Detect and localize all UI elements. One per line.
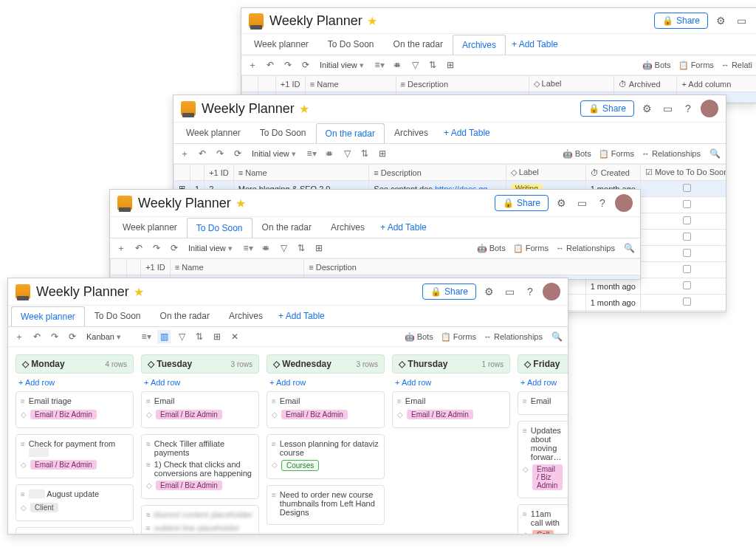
- undo-icon[interactable]: ↶: [30, 330, 44, 343]
- kanban-card[interactable]: ≡Email triage◇Email / Biz Admin: [16, 391, 134, 428]
- redo-icon[interactable]: ↷: [48, 330, 61, 343]
- bots-link[interactable]: 🤖 Bots: [405, 332, 433, 342]
- help-icon[interactable]: ?: [522, 283, 538, 300]
- forms-link[interactable]: 📋 Forms: [513, 244, 549, 253]
- share-button[interactable]: 🔒Share: [654, 13, 708, 29]
- comment-icon[interactable]: ▭: [659, 100, 676, 117]
- kanban-card[interactable]: ≡Updates about moving forwar…◇Email / Bi…: [518, 421, 568, 498]
- add-table-link[interactable]: Add Table: [380, 222, 427, 233]
- redo-icon[interactable]: ↷: [150, 241, 163, 255]
- avatar[interactable]: [701, 100, 718, 117]
- relationships-link[interactable]: ↔ Relati: [721, 61, 752, 69]
- comment-icon[interactable]: ▭: [501, 283, 518, 300]
- add-table-link[interactable]: Add Table: [278, 311, 325, 321]
- gear-icon[interactable]: ⚙: [639, 100, 655, 117]
- filter-icon[interactable]: ▽: [277, 241, 290, 255]
- close-icon[interactable]: ✕: [228, 330, 241, 343]
- add-row-button[interactable]: Add row: [141, 374, 259, 391]
- tab-todo-soon[interactable]: To Do Soon: [318, 34, 384, 55]
- tab-week-planner[interactable]: Week planner: [113, 217, 187, 238]
- kanban-card[interactable]: ≡blurred content placeholder≡subtext lin…: [141, 505, 259, 534]
- relationships-link[interactable]: ↔ Relationships: [484, 332, 543, 341]
- plus-icon[interactable]: ＋: [114, 241, 128, 255]
- share-button[interactable]: 🔒Share: [422, 283, 476, 300]
- forms-link[interactable]: 📋 Forms: [599, 149, 634, 159]
- search-icon[interactable]: 🔍: [708, 147, 721, 160]
- group-icon[interactable]: ⇅: [426, 58, 439, 72]
- comment-icon[interactable]: ▭: [733, 13, 749, 29]
- star-icon[interactable]: ★: [236, 196, 246, 210]
- col-id[interactable]: +1 ID: [275, 76, 305, 92]
- share-button[interactable]: 🔒Share: [495, 195, 549, 211]
- group-icon[interactable]: ⇅: [193, 330, 206, 343]
- search-icon[interactable]: 🔍: [550, 330, 563, 343]
- kanban-card[interactable]: ≡Email◇Email / Biz Admin: [267, 391, 385, 428]
- avatar[interactable]: [615, 194, 633, 212]
- list-icon[interactable]: ≡: [241, 241, 255, 255]
- plus-icon[interactable]: ＋: [178, 147, 191, 160]
- tab-todo-soon[interactable]: To Do Soon: [187, 218, 252, 238]
- checkbox[interactable]: [683, 184, 691, 192]
- view-selector[interactable]: Kanban: [83, 331, 135, 343]
- tab-todo-soon[interactable]: To Do Soon: [250, 123, 316, 143]
- view-selector[interactable]: Initial view: [317, 59, 368, 72]
- group-icon[interactable]: ⇅: [295, 241, 308, 255]
- add-table-link[interactable]: Add Table: [512, 39, 558, 49]
- bots-link[interactable]: 🤖 Bots: [642, 61, 671, 70]
- bots-link[interactable]: 🤖 Bots: [563, 149, 591, 159]
- tab-archives[interactable]: Archives: [219, 306, 272, 326]
- filter-icon[interactable]: ▽: [408, 58, 422, 72]
- star-icon[interactable]: ★: [134, 285, 144, 299]
- filter-icon[interactable]: ▽: [175, 330, 188, 343]
- plus-icon[interactable]: ＋: [13, 330, 26, 343]
- tab-on-the-radar[interactable]: On the radar: [316, 123, 385, 143]
- plus-icon[interactable]: ＋: [246, 58, 259, 72]
- format-icon[interactable]: ⩩: [259, 241, 272, 255]
- gear-icon[interactable]: ⚙: [481, 283, 497, 300]
- gear-icon[interactable]: ⚙: [553, 195, 569, 211]
- history-icon[interactable]: ⟳: [231, 147, 244, 160]
- kanban-card[interactable]: ≡Check for payment from xxxxx◇Email / Bi…: [16, 434, 134, 478]
- kanban-card[interactable]: ≡Email◇Email / Biz Admin: [141, 391, 259, 428]
- tab-week-planner[interactable]: Week planner: [176, 123, 250, 143]
- columns-icon[interactable]: ⊞: [376, 147, 389, 160]
- kanban-card[interactable]: ≡Need to order new course thumbnails fro…: [267, 485, 385, 525]
- kanban-card[interactable]: ≡Promote measure summit on social≡Copyht…: [16, 527, 134, 534]
- bots-link[interactable]: 🤖 Bots: [477, 244, 506, 253]
- relationships-link[interactable]: ↔ Relationships: [642, 149, 701, 158]
- gear-icon[interactable]: ⚙: [712, 13, 729, 29]
- group-icon[interactable]: ⇅: [358, 147, 371, 160]
- forms-link[interactable]: 📋 Forms: [441, 332, 476, 342]
- share-button[interactable]: 🔒Share: [580, 100, 634, 117]
- tab-archives[interactable]: Archives: [453, 35, 506, 55]
- add-table-link[interactable]: Add Table: [444, 128, 490, 138]
- columns-icon[interactable]: ⊞: [312, 241, 326, 255]
- kanban-card[interactable]: ≡Lesson planning for dataviz course◇Cour…: [267, 434, 385, 479]
- view-selector[interactable]: Initial view: [185, 242, 237, 255]
- list-icon[interactable]: ≡: [373, 58, 386, 72]
- undo-icon[interactable]: ↶: [196, 147, 209, 160]
- history-icon[interactable]: ⟳: [299, 58, 312, 72]
- comment-icon[interactable]: ▭: [574, 195, 590, 211]
- undo-icon[interactable]: ↶: [264, 58, 277, 72]
- star-icon[interactable]: ★: [367, 14, 377, 28]
- filter-icon[interactable]: ▽: [340, 147, 354, 160]
- format-icon[interactable]: ⩩: [391, 58, 404, 72]
- tab-on-the-radar[interactable]: On the radar: [252, 217, 321, 238]
- kanban-icon[interactable]: ▥: [157, 330, 171, 343]
- kanban-card[interactable]: ≡Email◇Email / Biz Admin: [392, 391, 510, 428]
- add-column-button[interactable]: + Add column: [677, 76, 756, 92]
- columns-icon[interactable]: ⊞: [444, 58, 457, 72]
- tab-todo-soon[interactable]: To Do Soon: [85, 306, 151, 326]
- help-icon[interactable]: ?: [594, 195, 611, 211]
- search-icon[interactable]: 🔍: [622, 241, 636, 255]
- tab-archives[interactable]: Archives: [321, 217, 374, 238]
- relationships-link[interactable]: ↔ Relationships: [556, 244, 615, 252]
- list-icon[interactable]: ≡: [305, 147, 318, 160]
- view-selector[interactable]: Initial view: [249, 148, 300, 160]
- star-icon[interactable]: ★: [299, 102, 309, 116]
- add-row-button[interactable]: Add row: [16, 374, 134, 391]
- tab-archives[interactable]: Archives: [385, 123, 438, 143]
- history-icon[interactable]: ⟳: [168, 241, 181, 255]
- tab-week-planner[interactable]: Week planner: [244, 34, 318, 55]
